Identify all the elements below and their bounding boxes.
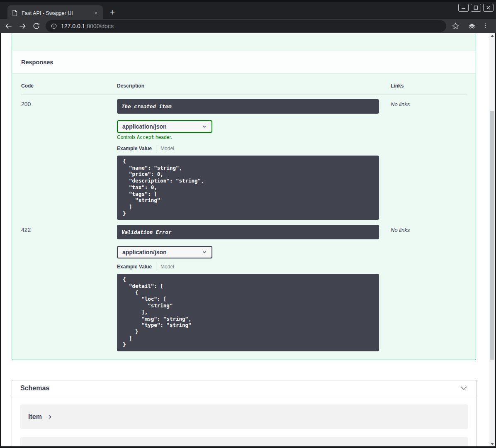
browser-menu-icon[interactable]	[480, 21, 490, 31]
response-code: 422	[21, 225, 117, 351]
response-description: Validation Error	[117, 225, 379, 239]
schemas-title: Schemas	[20, 385, 49, 392]
example-json-200: { "name": "string", "price": 0, "descrip…	[117, 156, 379, 220]
example-json-422: { "detail": [ { "loc": [ "string" ], "ms…	[117, 274, 379, 351]
close-button[interactable]	[483, 4, 494, 12]
url-path: :8000/docs	[85, 23, 114, 29]
links-value: No links	[391, 99, 467, 220]
response-description: The created item	[117, 99, 379, 114]
window-controls	[458, 4, 494, 12]
tab-separator	[156, 263, 156, 270]
opblock-spacer	[12, 34, 476, 51]
model-card-validationerror[interactable]: ValidationError	[20, 437, 468, 446]
bookmark-star-icon[interactable]	[450, 21, 460, 31]
tab-separator	[156, 145, 156, 151]
model-name: ValidationError	[28, 446, 76, 446]
response-row-200: 200 The created item application/json Co…	[21, 95, 467, 220]
column-header-links: Links	[391, 83, 467, 89]
model-name: Item	[28, 413, 42, 421]
column-header-code: Code	[21, 83, 117, 89]
column-header-description: Description	[117, 83, 391, 89]
tab-strip: Fast API - Swagger UI × +	[0, 0, 496, 19]
browser-toolbar: 127.0.0.1:8000/docs	[0, 19, 496, 33]
media-type-select[interactable]: application/json	[117, 246, 212, 258]
url-text: 127.0.0.1:8000/docs	[61, 23, 114, 29]
back-button[interactable]	[4, 21, 14, 31]
scroll-up-icon[interactable]	[489, 33, 495, 38]
response-row-422: 422 Validation Error application/json Ex…	[21, 220, 467, 351]
media-type-value: application/json	[122, 123, 167, 130]
responses-section-header: Responses	[12, 51, 476, 73]
media-type-select[interactable]: application/json	[117, 120, 212, 133]
forward-button[interactable]	[17, 21, 27, 31]
page-content: Responses Code Description Links 200 The…	[1, 33, 489, 446]
schemas-section: Schemas Item ValidationError	[12, 380, 477, 446]
url-host: 127.0.0.1	[61, 23, 85, 29]
new-tab-button[interactable]: +	[107, 7, 118, 18]
scroll-down-icon[interactable]	[489, 441, 495, 446]
site-info-icon[interactable]	[51, 23, 57, 29]
chevron-right-icon[interactable]	[47, 414, 52, 419]
tab-example-value[interactable]: Example Value	[117, 264, 152, 270]
page-scrollbar[interactable]	[489, 33, 495, 446]
links-value: No links	[391, 225, 467, 351]
schemas-body: Item ValidationError	[12, 396, 477, 446]
tab-model[interactable]: Model	[160, 264, 174, 270]
chevron-down-icon	[202, 249, 207, 255]
example-model-tabs: Example Value Model	[117, 145, 391, 151]
tab-close-icon[interactable]: ×	[92, 10, 100, 17]
incognito-icon	[467, 21, 477, 31]
example-model-tabs: Example Value Model	[117, 263, 391, 270]
media-type-value: application/json	[122, 249, 167, 256]
minimize-button[interactable]	[458, 4, 469, 12]
address-bar[interactable]: 127.0.0.1:8000/docs	[46, 20, 446, 32]
chevron-down-icon	[460, 384, 468, 392]
tab-example-value[interactable]: Example Value	[117, 146, 152, 151]
tab-title: Fast API - Swagger UI	[22, 10, 92, 16]
scrollbar-thumb[interactable]	[490, 111, 494, 360]
responses-title: Responses	[21, 59, 53, 66]
page-favicon-icon	[12, 10, 18, 17]
chevron-down-icon	[202, 124, 207, 129]
reload-button[interactable]	[31, 21, 41, 31]
post-operation-block: Responses Code Description Links 200 The…	[12, 34, 476, 360]
responses-table-head: Code Description Links	[21, 80, 467, 95]
tab-model[interactable]: Model	[160, 146, 174, 151]
accept-header-note: Controls Accept header.	[117, 134, 391, 140]
maximize-button[interactable]	[471, 4, 481, 12]
response-code: 200	[21, 99, 117, 220]
responses-table: Code Description Links 200 The created i…	[12, 73, 476, 360]
schemas-header[interactable]: Schemas	[12, 380, 477, 396]
model-card-item[interactable]: Item	[20, 404, 468, 429]
